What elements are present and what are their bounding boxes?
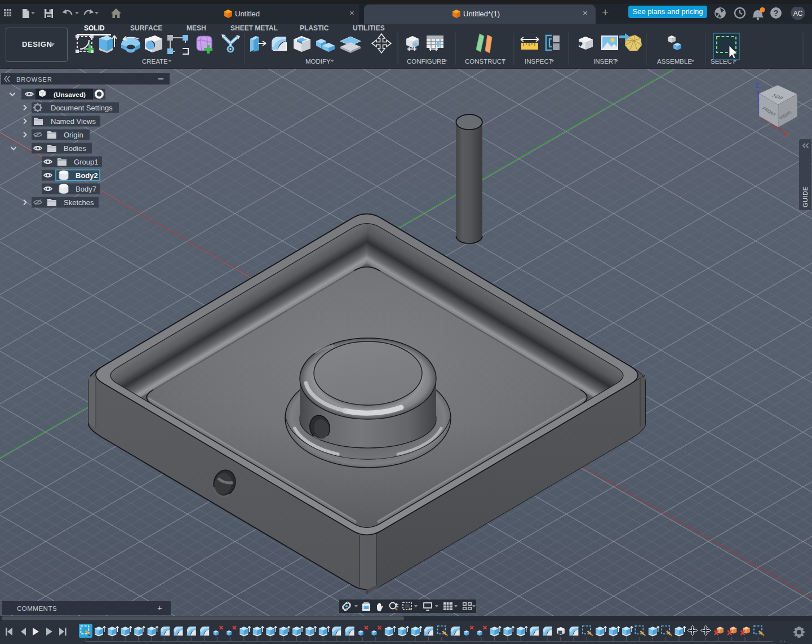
svg-text:CONSTRUCT: CONSTRUCT [465, 58, 505, 65]
svg-text:Document Settings: Document Settings [51, 104, 113, 112]
svg-text:Group1: Group1 [74, 158, 98, 166]
svg-text:?: ? [774, 8, 779, 17]
svg-text:Sketches: Sketches [64, 198, 94, 207]
svg-text:AC: AC [793, 10, 803, 17]
svg-text:BROWSER: BROWSER [16, 76, 52, 83]
svg-text:Body2: Body2 [76, 171, 98, 180]
svg-text:Body7: Body7 [76, 185, 96, 193]
svg-text:Bodies: Bodies [64, 144, 86, 153]
svg-text:Z: Z [755, 82, 759, 90]
svg-text:Origin: Origin [64, 131, 83, 139]
svg-text:Named Views: Named Views [51, 117, 96, 126]
svg-text:MODIFY: MODIFY [305, 58, 331, 65]
svg-text:INSPECT: INSPECT [525, 58, 553, 65]
svg-text:ASSEMBLE: ASSEMBLE [657, 58, 692, 65]
svg-text:CREATE: CREATE [142, 58, 168, 65]
svg-text:INSERT: INSERT [593, 58, 617, 65]
svg-text:(Unsaved): (Unsaved) [54, 91, 86, 99]
svg-text:X: X [783, 130, 788, 138]
svg-text:CONFIGURE: CONFIGURE [407, 58, 446, 65]
